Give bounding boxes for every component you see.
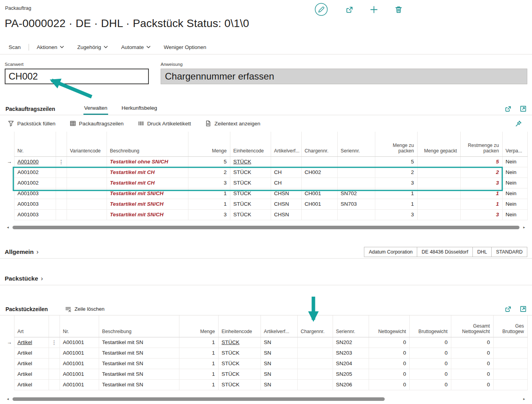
cell-artikelverf[interactable]: CHSN <box>271 188 301 199</box>
cell-art[interactable]: Artikel <box>14 337 49 348</box>
cell-variantencode[interactable] <box>67 199 107 209</box>
cell-variantencode[interactable] <box>67 167 107 178</box>
cell-variantencode[interactable] <box>67 209 107 220</box>
tab-verwalten[interactable]: Verwalten <box>83 103 108 115</box>
cell-menge-zu-packen[interactable]: 3 <box>375 178 417 188</box>
open-in-window-icon[interactable] <box>520 105 527 112</box>
scroll-right-icon[interactable]: ► <box>521 226 527 229</box>
pin-icon[interactable] <box>515 120 522 127</box>
cell-menge[interactable]: 1 <box>179 379 218 390</box>
cell-gesamt-nettogewicht[interactable]: 0 <box>451 369 493 379</box>
cell-art[interactable]: Artikel <box>14 348 49 358</box>
cell-einheitencode[interactable]: STÜCK <box>218 358 261 369</box>
row-menu-button[interactable]: ⋮ <box>49 337 60 348</box>
col-bruttogewicht[interactable]: Bruttogewicht <box>409 315 451 337</box>
cell-restmenge-zu-packen[interactable]: 5 <box>460 156 502 167</box>
cell-nr[interactable]: A001001 <box>60 337 99 348</box>
cell-einheitencode[interactable]: STÜCK <box>230 156 271 167</box>
cell-seriennr[interactable]: SN702 <box>337 188 375 199</box>
cell-verpackt[interactable]: Nein <box>502 188 527 199</box>
col-nr[interactable]: Nr. <box>60 315 99 337</box>
cell-einheitencode[interactable]: STÜCK <box>230 209 271 220</box>
cell-chargennr[interactable]: CH001 <box>301 199 337 209</box>
cell-ges-bruttogew[interactable] <box>493 337 527 348</box>
cell-einheitencode[interactable]: STÜCK <box>230 167 271 178</box>
cell-nr[interactable]: A001001 <box>60 358 99 369</box>
cell-artikelverf[interactable]: SN <box>261 348 297 358</box>
cell-menge-gepackt[interactable] <box>417 199 460 209</box>
cell-beschreibung[interactable]: Testartikel mit SN <box>99 358 179 369</box>
cell-nr[interactable]: A001002 <box>14 167 56 178</box>
cell-restmenge-zu-packen[interactable]: 2 <box>460 167 502 178</box>
cell-nettogewicht[interactable]: 0 <box>369 337 409 348</box>
col-menge[interactable]: Menge <box>188 132 230 156</box>
cell-seriennr[interactable]: SN203 <box>333 348 369 358</box>
menu-scan[interactable]: Scan <box>9 44 21 50</box>
cell-artikelverf[interactable] <box>271 156 301 167</box>
cell-nr[interactable]: A001003 <box>14 209 56 220</box>
share-icon[interactable] <box>346 6 353 13</box>
druck-artikeletikett-button[interactable]: Druck Artikeletikett <box>138 120 191 127</box>
menu-aktionen[interactable]: Aktionen <box>37 44 64 50</box>
cell-beschreibung[interactable]: Testartikel mit SN/CH <box>107 199 188 209</box>
cell-artikelverf[interactable]: SN <box>261 358 297 369</box>
cell-ges-bruttogew[interactable] <box>493 348 527 358</box>
delete-icon[interactable] <box>395 6 402 13</box>
col-beschreibung[interactable]: Beschreibung <box>107 132 188 156</box>
col-menge-gepackt[interactable]: Menge gepackt <box>417 132 460 156</box>
cell-menge-gepackt[interactable] <box>417 209 460 220</box>
col-artikelverf[interactable]: Artikelverf... <box>271 132 301 156</box>
cell-einheitencode[interactable]: STÜCK <box>230 188 271 199</box>
scroll-left-icon[interactable]: ◄ <box>5 226 11 229</box>
cell-verpackt[interactable]: Nein <box>502 167 527 178</box>
cell-gesamt-nettogewicht[interactable]: 0 <box>451 358 493 369</box>
col-einheitencode[interactable]: Einheitencode <box>218 315 261 337</box>
open-in-window-icon[interactable] <box>520 306 527 312</box>
cell-seriennr[interactable]: SN202 <box>333 337 369 348</box>
col-nr[interactable]: Nr. <box>14 132 56 156</box>
cell-menge[interactable]: 1 <box>188 188 230 199</box>
allgemein-heading[interactable]: Allgemein <box>5 248 34 255</box>
packstuecke-heading[interactable]: Packstücke <box>5 275 38 282</box>
cell-menge-zu-packen[interactable]: 1 <box>375 199 417 209</box>
cell-verpackt[interactable]: Nein <box>502 199 527 209</box>
cell-gesamt-nettogewicht[interactable]: 0 <box>451 348 493 358</box>
cell-artikelverf[interactable]: CH <box>271 167 301 178</box>
cell-menge-zu-packen[interactable]: 1 <box>375 188 417 199</box>
cell-beschreibung[interactable]: Testartikel ohne SN/CH <box>107 156 188 167</box>
cell-verpackt[interactable]: Nein <box>502 178 527 188</box>
cell-nr[interactable]: A001003 <box>14 188 56 199</box>
scanwert-input[interactable] <box>5 69 149 84</box>
cell-variantencode[interactable] <box>67 178 107 188</box>
col-seriennr[interactable]: Seriennr. <box>333 315 369 337</box>
col-verpackt[interactable]: Verpa... <box>502 132 527 156</box>
packauftragszeilen-button[interactable]: Packauftragszeilen <box>70 120 124 127</box>
cell-nettogewicht[interactable]: 0 <box>369 348 409 358</box>
cell-beschreibung[interactable]: Testartikel mit SN/CH <box>107 209 188 220</box>
cell-menge[interactable]: 1 <box>179 348 218 358</box>
cell-chargennr[interactable] <box>301 178 337 188</box>
scroll-left-icon[interactable]: ◄ <box>5 397 11 401</box>
cell-nr[interactable]: A001001 <box>60 379 99 390</box>
summary-chip-carrier[interactable]: DHL <box>472 247 492 257</box>
cell-menge-zu-packen[interactable]: 5 <box>375 156 417 167</box>
col-seriennr[interactable]: Seriennr. <box>337 132 375 156</box>
cell-chargennr[interactable] <box>297 369 333 379</box>
add-icon[interactable] <box>370 6 378 13</box>
cell-bruttogewicht[interactable]: 0 <box>409 337 451 348</box>
cell-gesamt-nettogewicht[interactable]: 0 <box>451 337 493 348</box>
cell-restmenge-zu-packen[interactable]: 3 <box>460 178 502 188</box>
menu-weniger-optionen[interactable]: Weniger Optionen <box>164 44 206 50</box>
cell-chargennr[interactable] <box>301 156 337 167</box>
cell-bruttogewicht[interactable]: 0 <box>409 348 451 358</box>
tab-herkunftsbeleg[interactable]: Herkunftsbeleg <box>121 103 158 115</box>
cell-art[interactable]: Artikel <box>14 369 49 379</box>
cell-seriennr[interactable] <box>337 178 375 188</box>
cell-einheitencode[interactable]: STÜCK <box>230 178 271 188</box>
cell-artikelverf[interactable]: CHSN <box>271 199 301 209</box>
cell-seriennr[interactable]: SN703 <box>337 199 375 209</box>
cell-beschreibung[interactable]: Testartikel mit SN <box>99 348 179 358</box>
scrollbar-thumb[interactable] <box>13 226 519 229</box>
menu-automate[interactable]: Automate <box>121 44 150 50</box>
cell-beschreibung[interactable]: Testartikel mit SN <box>99 379 179 390</box>
